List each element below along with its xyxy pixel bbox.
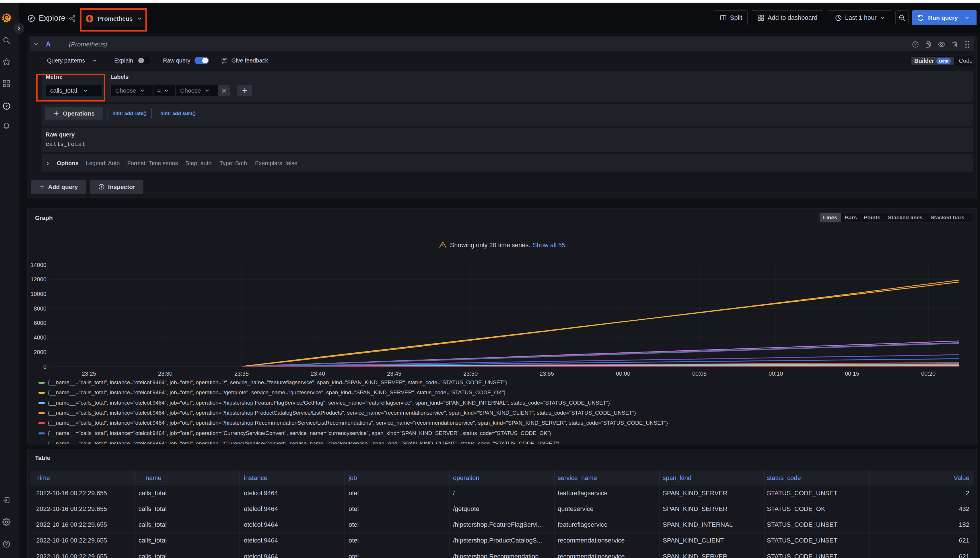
svg-text:23:25: 23:25 xyxy=(82,371,96,377)
svg-text:0: 0 xyxy=(43,364,46,370)
svg-text:00:10: 00:10 xyxy=(769,371,783,377)
svg-text:8000: 8000 xyxy=(34,305,47,312)
svg-text:14000: 14000 xyxy=(30,262,46,268)
svg-text:6000: 6000 xyxy=(34,320,47,326)
svg-text:23:30: 23:30 xyxy=(158,371,173,377)
svg-text:00:20: 00:20 xyxy=(921,371,936,377)
svg-text:23:35: 23:35 xyxy=(234,371,249,377)
svg-text:23:45: 23:45 xyxy=(387,371,401,377)
svg-text:23:50: 23:50 xyxy=(463,371,478,377)
svg-text:00:15: 00:15 xyxy=(845,371,859,377)
svg-text:2000: 2000 xyxy=(34,349,47,355)
svg-text:23:55: 23:55 xyxy=(539,371,554,377)
svg-text:4000: 4000 xyxy=(34,334,47,341)
svg-text:00:00: 00:00 xyxy=(616,371,630,377)
svg-text:23:40: 23:40 xyxy=(311,371,325,377)
svg-text:12000: 12000 xyxy=(30,276,46,282)
svg-text:00:05: 00:05 xyxy=(692,371,707,377)
svg-text:10000: 10000 xyxy=(30,291,46,297)
